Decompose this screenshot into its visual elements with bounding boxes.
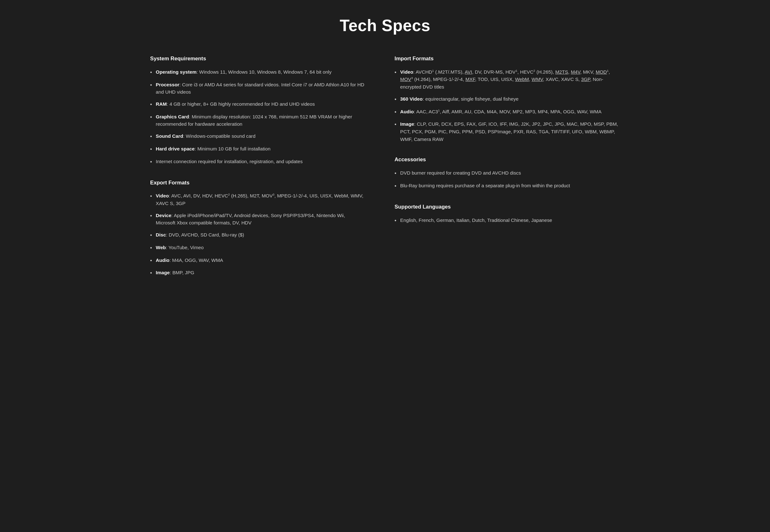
list-item: RAM: 4 GB or higher, 8+ GB highly recomm… [150,100,366,109]
list-item: Audio: M4A, OGG, WAV, WMA [150,256,366,265]
section-accessories: Accessories DVD burner required for crea… [395,156,620,190]
list-item: Image: CLP, CUR, DCX, EPS, FAX, GIF, ICO… [395,120,620,143]
list-item: Blu-Ray burning requires purchase of a s… [395,182,620,190]
section-import-formats: Import Formats Video: AVCHD1 (.M2T/.MTS)… [395,55,620,143]
section-title-supported-languages: Supported Languages [395,203,620,211]
section-title-system-requirements: System Requirements [150,55,366,63]
accessories-list: DVD burner required for creating DVD and… [395,169,620,190]
list-item: Processor: Core i3 or AMD A4 series for … [150,81,366,96]
supported-languages-list: English, French, German, Italian, Dutch,… [395,216,620,225]
section-title-import-formats: Import Formats [395,55,620,63]
list-item: Audio: AAC, AC31, Aiff, AMR, AU, CDA, M4… [395,108,620,116]
list-item: Image: BMP, JPG [150,269,366,277]
import-formats-list: Video: AVCHD1 (.M2T/.MTS), AVI, DV, DVR-… [395,68,620,143]
page-title: Tech Specs [0,0,770,55]
right-column: Import Formats Video: AVCHD1 (.M2T/.MTS)… [385,55,620,290]
export-formats-list: Video: AVC, AVI, DV, HDV, HEVC2 (H.265),… [150,192,366,277]
list-item: Disc: DVD, AVCHD, SD Card, Blu-ray ($) [150,231,366,239]
list-item: Sound Card: Windows-compatible sound car… [150,132,366,141]
list-item: Web: YouTube, Vimeo [150,244,366,252]
section-export-formats: Export Formats Video: AVC, AVI, DV, HDV,… [150,179,366,277]
list-item: English, French, German, Italian, Dutch,… [395,216,620,225]
list-item: Video: AVC, AVI, DV, HDV, HEVC2 (H.265),… [150,192,366,207]
content-wrapper: System Requirements Operating system: Wi… [131,55,639,309]
list-item: Operating system: Windows 11, Windows 10… [150,68,366,76]
list-item: Graphics Card: Minimum display resolutio… [150,113,366,128]
list-item: Internet connection required for install… [150,158,366,166]
list-item: DVD burner required for creating DVD and… [395,169,620,177]
section-title-accessories: Accessories [395,156,620,164]
list-item: 360 Video: equirectangular, single fishe… [395,95,620,103]
section-system-requirements: System Requirements Operating system: Wi… [150,55,366,166]
list-item: Hard drive space: Minimum 10 GB for full… [150,145,366,153]
section-supported-languages: Supported Languages English, French, Ger… [395,203,620,225]
list-item: Video: AVCHD1 (.M2T/.MTS), AVI, DV, DVR-… [395,68,620,91]
system-requirements-list: Operating system: Windows 11, Windows 10… [150,68,366,166]
section-title-export-formats: Export Formats [150,179,366,187]
left-column: System Requirements Operating system: Wi… [150,55,385,290]
list-item: Device: Apple iPod/iPhone/iPad/TV, Andro… [150,212,366,227]
